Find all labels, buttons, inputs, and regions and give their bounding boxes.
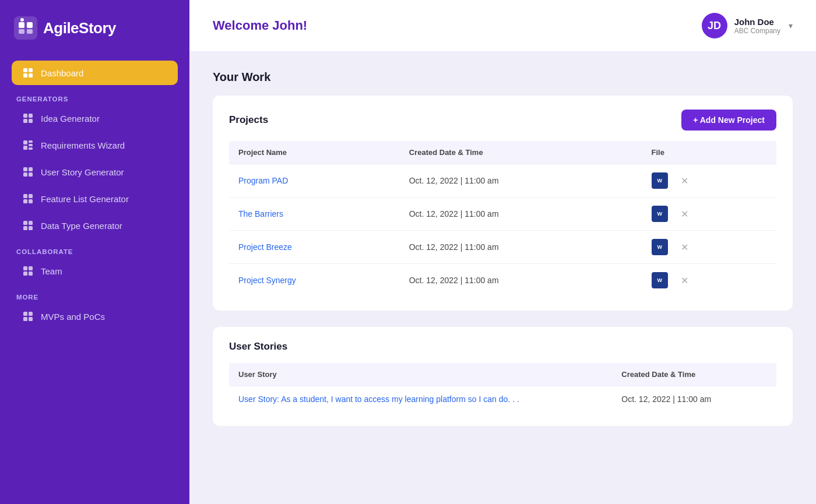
project-file-cell: W ✕ (642, 231, 776, 264)
svg-rect-37 (23, 317, 27, 321)
col-us-created-date: Created Date & Time (612, 363, 776, 386)
sidebar: AgileStory Dashboard Generators Idea Gen… (0, 0, 189, 504)
sidebar-item-team[interactable]: Team (12, 259, 178, 283)
generators-section-label: Generators (12, 87, 178, 106)
logo-icon (14, 16, 37, 40)
sidebar-item-user-story-generator[interactable]: User Story Generator (12, 160, 178, 184)
svg-rect-18 (29, 147, 33, 150)
logo: AgileStory (12, 16, 178, 40)
svg-rect-36 (29, 312, 33, 316)
project-date-cell: Oct. 12, 2022 | 11:00 am (400, 231, 642, 264)
delete-project-button[interactable]: ✕ (676, 173, 693, 189)
mvp-icon (22, 311, 34, 322)
project-date-cell: Oct. 12, 2022 | 11:00 am (400, 164, 642, 198)
svg-rect-22 (29, 172, 33, 177)
svg-rect-0 (14, 16, 37, 40)
user-company: ABC Company (734, 27, 780, 35)
svg-rect-17 (23, 146, 27, 150)
delete-project-button[interactable]: ✕ (676, 206, 693, 222)
svg-rect-28 (29, 221, 33, 225)
svg-rect-3 (19, 29, 24, 34)
user-stories-card-header: User Stories (229, 341, 776, 353)
project-name-cell[interactable]: The Barriers (229, 198, 400, 231)
sidebar-item-data-type-generator[interactable]: Data Type Generator (12, 213, 178, 238)
main-content: Welcome John! JD John Doe ABC Company ▾ … (189, 0, 816, 504)
svg-rect-20 (29, 167, 33, 171)
svg-rect-16 (29, 144, 33, 146)
projects-table-body: Program PAD Oct. 12, 2022 | 11:00 am W ✕… (229, 164, 776, 297)
svg-rect-4 (27, 29, 33, 34)
delete-project-button[interactable]: ✕ (676, 273, 693, 288)
sidebar-item-requirements-label: Requirements Wizard (41, 140, 125, 150)
chevron-down-icon: ▾ (789, 21, 793, 30)
svg-rect-34 (29, 272, 33, 276)
more-section-label: More (12, 286, 178, 304)
table-row: The Barriers Oct. 12, 2022 | 11:00 am W … (229, 198, 776, 231)
word-file-icon[interactable]: W (652, 172, 668, 189)
sidebar-item-requirements-wizard[interactable]: Requirements Wizard (12, 133, 178, 157)
svg-rect-9 (29, 73, 33, 77)
word-file-icon[interactable]: W (652, 272, 668, 288)
user-profile[interactable]: JD John Doe ABC Company ▾ (702, 13, 793, 38)
svg-rect-33 (23, 272, 27, 276)
svg-rect-30 (29, 226, 33, 230)
sidebar-item-datatype-label: Data Type Generator (41, 221, 122, 231)
table-row: Project Breeze Oct. 12, 2022 | 11:00 am … (229, 231, 776, 264)
header: Welcome John! JD John Doe ABC Company ▾ (189, 0, 816, 52)
user-stories-card: User Stories User Story Created Date & T… (213, 327, 793, 426)
requirements-icon (22, 139, 34, 151)
projects-card: Projects + Add New Project Project Name … (213, 96, 793, 311)
table-row: Project Synergy Oct. 12, 2022 | 11:00 am… (229, 264, 776, 297)
project-file-cell: W ✕ (642, 164, 776, 198)
dashboard-icon (22, 67, 34, 79)
project-name-cell[interactable]: Project Breeze (229, 231, 400, 264)
word-file-icon[interactable]: W (652, 206, 668, 222)
svg-rect-24 (29, 194, 33, 198)
svg-rect-2 (27, 22, 33, 28)
svg-rect-15 (29, 140, 33, 143)
user-stories-title: User Stories (229, 341, 287, 353)
project-name-cell[interactable]: Program PAD (229, 164, 400, 198)
user-name: John Doe (734, 17, 780, 27)
feature-icon (22, 193, 34, 205)
sidebar-item-userstory-label: User Story Generator (41, 167, 124, 177)
datatype-icon (22, 220, 34, 231)
svg-rect-7 (29, 68, 33, 72)
user-story-name-cell[interactable]: User Story: As a student, I want to acce… (229, 386, 612, 413)
user-details: John Doe ABC Company (734, 17, 780, 35)
svg-rect-11 (29, 114, 33, 118)
logo-text: AgileStory (43, 19, 116, 37)
svg-rect-27 (23, 221, 27, 225)
projects-title: Projects (229, 114, 268, 126)
delete-project-button[interactable]: ✕ (676, 239, 693, 255)
svg-rect-19 (23, 167, 27, 171)
svg-rect-8 (23, 73, 27, 77)
svg-rect-38 (29, 317, 33, 321)
table-row: Program PAD Oct. 12, 2022 | 11:00 am W ✕ (229, 164, 776, 198)
projects-card-header: Projects + Add New Project (229, 110, 776, 131)
sidebar-item-dashboard[interactable]: Dashboard (12, 61, 178, 85)
team-icon (22, 265, 34, 277)
welcome-message: Welcome John! (213, 18, 307, 33)
userstory-icon (22, 166, 34, 178)
word-file-icon[interactable]: W (652, 239, 668, 255)
svg-rect-1 (19, 22, 24, 28)
sidebar-item-feature-list-generator[interactable]: Feature List Generator (12, 186, 178, 211)
project-name-cell[interactable]: Project Synergy (229, 264, 400, 297)
svg-rect-13 (29, 119, 33, 123)
sidebar-item-idea-generator[interactable]: Idea Generator (12, 106, 178, 131)
content-area: Your Work Projects + Add New Project Pro… (189, 52, 816, 461)
user-story-date-cell: Oct. 12, 2022 | 11:00 am (612, 386, 776, 413)
user-stories-table-header: User Story Created Date & Time (229, 363, 776, 386)
collaborate-section-label: Collaborate (12, 240, 178, 259)
col-user-story: User Story (229, 363, 612, 386)
svg-rect-14 (23, 140, 27, 144)
sidebar-item-idea-label: Idea Generator (41, 114, 100, 124)
svg-rect-10 (23, 114, 27, 118)
svg-rect-21 (23, 172, 27, 177)
svg-point-5 (20, 18, 24, 22)
sidebar-item-mvp-label: MVPs and PoCs (41, 312, 105, 322)
sidebar-item-mvps-pocs[interactable]: MVPs and PoCs (12, 304, 178, 329)
add-new-project-button[interactable]: + Add New Project (681, 110, 776, 131)
svg-rect-29 (23, 226, 27, 230)
